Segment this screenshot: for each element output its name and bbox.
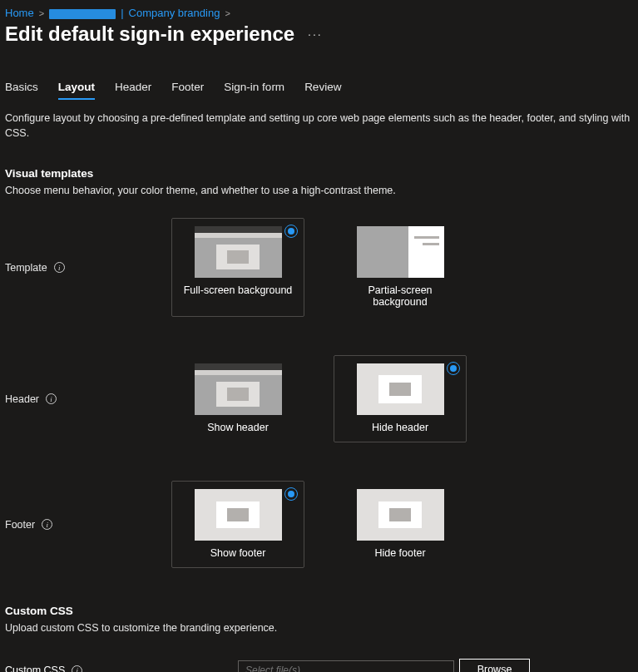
footer-show-tile[interactable]: Show footer [171, 481, 304, 568]
info-icon[interactable]: i [54, 262, 65, 273]
breadcrumb-home[interactable]: Home [5, 7, 34, 19]
breadcrumb-divider: | [121, 7, 123, 19]
header-show-tile[interactable]: Show header [171, 355, 304, 442]
footer-label: Footer [5, 519, 35, 531]
visual-templates-subtitle: Choose menu behavior, your color theme, … [0, 185, 638, 206]
template-fullscreen-label: Full-screen background [184, 284, 293, 296]
layout-description: Configure layout by choosing a pre-defin… [0, 100, 638, 149]
template-fullscreen-tile[interactable]: Full-screen background [171, 218, 304, 317]
custom-css-description: Upload custom CSS to customize the brand… [0, 622, 638, 644]
chevron-right-icon: > [39, 8, 44, 18]
tab-review[interactable]: Review [304, 76, 341, 100]
tab-basics[interactable]: Basics [5, 76, 38, 100]
page-title: Edit default sign-in experience [5, 22, 294, 46]
footer-hide-thumb [357, 489, 444, 541]
header-hide-thumb [357, 363, 444, 415]
browse-button[interactable]: Browse [459, 659, 530, 672]
tabs: Basics Layout Header Footer Sign-in form… [0, 51, 638, 100]
header-hide-label: Hide header [372, 422, 428, 433]
template-partial-tile[interactable]: Partial-screen background [334, 218, 467, 317]
custom-css-file-input[interactable] [238, 660, 454, 672]
template-label: Template [5, 262, 47, 274]
template-fullscreen-thumb [195, 226, 282, 278]
header-show-thumb [195, 363, 282, 415]
more-actions-button[interactable]: ··· [304, 24, 326, 44]
custom-css-label: Custom CSS [5, 665, 65, 672]
template-partial-thumb [357, 226, 444, 278]
radio-selected-icon [447, 362, 460, 375]
radio-selected-icon [284, 225, 298, 238]
header-hide-tile[interactable]: Hide header [334, 355, 467, 442]
breadcrumb: Home > | Company branding > [0, 0, 638, 22]
footer-show-label: Show footer [210, 547, 266, 559]
tab-signin-form[interactable]: Sign-in form [224, 76, 284, 100]
template-partial-label: Partial-screen background [341, 284, 459, 308]
tab-footer[interactable]: Footer [171, 76, 204, 100]
header-label: Header [5, 393, 39, 405]
tab-header[interactable]: Header [115, 76, 151, 100]
breadcrumb-tenant[interactable] [49, 7, 116, 19]
info-icon[interactable]: i [42, 519, 52, 530]
header-show-label: Show header [207, 422, 269, 433]
chevron-right-icon: > [225, 8, 230, 18]
breadcrumb-company-branding[interactable]: Company branding [129, 7, 220, 19]
custom-css-title: Custom CSS [0, 580, 638, 622]
info-icon[interactable]: i [46, 393, 57, 404]
footer-hide-label: Hide footer [374, 547, 425, 559]
radio-selected-icon [284, 487, 298, 501]
footer-show-thumb [195, 489, 282, 541]
visual-templates-title: Visual templates [0, 149, 638, 185]
tab-layout[interactable]: Layout [58, 76, 95, 100]
footer-hide-tile[interactable]: Hide footer [334, 481, 467, 568]
info-icon[interactable]: i [72, 665, 82, 673]
